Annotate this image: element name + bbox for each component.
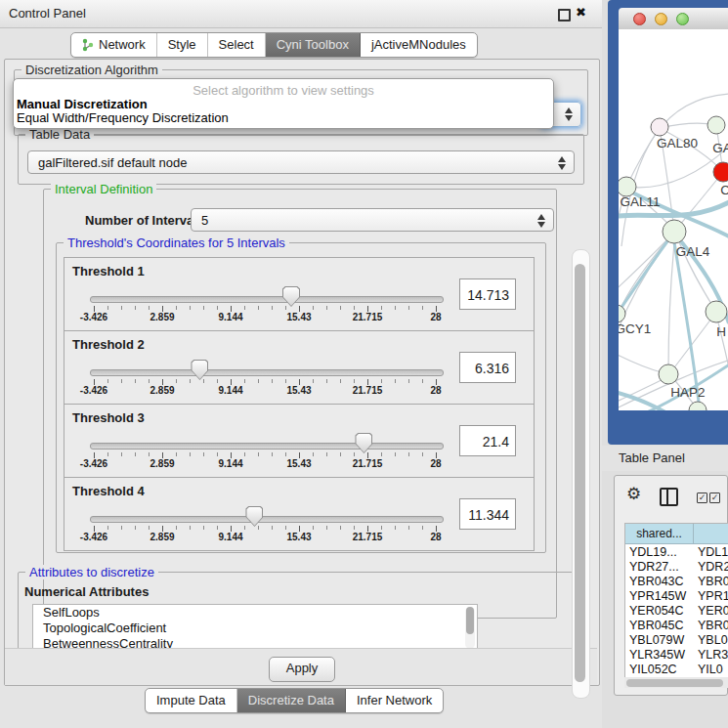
table-cell[interactable]: YPR145W (629, 589, 692, 604)
tick-mark (326, 452, 327, 456)
table-cell[interactable]: YBL079W (629, 633, 692, 648)
node-GAL80[interactable] (651, 118, 668, 136)
cyni-toolbox-content: Discretization Algorithm Table Data galF… (4, 59, 600, 686)
edge[interactable] (619, 348, 664, 373)
list-scrollbar[interactable] (465, 607, 475, 649)
numerical-attributes-list[interactable]: SelfLoopsTopologicalCoefficientBetweenne… (32, 604, 478, 652)
number-of-intervals-value: 5 (201, 213, 208, 228)
slider-thumb[interactable] (191, 360, 208, 380)
apply-button[interactable]: Apply (269, 657, 335, 682)
tick-mark (190, 379, 191, 383)
table-data-combo[interactable]: galFiltered.sif default node (27, 150, 575, 174)
table-cell[interactable]: YDL19... (629, 545, 692, 560)
network-canvas[interactable]: GAL80GACGAL11GAL4HGCY1HAP2 (619, 29, 728, 410)
table-cell[interactable]: YIL0 (698, 663, 728, 677)
close-icon[interactable]: ✖ (576, 5, 586, 20)
tab-jactivemnodules[interactable]: jActiveMNodules (361, 33, 477, 57)
threshold-value-field[interactable]: 21.4 (459, 425, 516, 456)
node-GCY1[interactable] (619, 305, 625, 322)
table-cell[interactable]: YLR3 (698, 648, 728, 663)
tick-mark (272, 452, 273, 456)
edge-highlighted[interactable] (619, 237, 670, 312)
threshold-value-field[interactable]: 11.344 (459, 498, 516, 530)
threshold-value-field[interactable]: 14.713 (459, 278, 516, 310)
popup-option-equal-width-frequency[interactable]: Equal Width/Frequency Discretization (17, 110, 229, 125)
tab-network[interactable]: Network (71, 33, 157, 57)
slider-track[interactable] (90, 443, 444, 450)
threshold-value-field[interactable]: 6.316 (459, 352, 516, 383)
slider-track[interactable] (90, 369, 444, 376)
slider-thumb[interactable] (245, 506, 263, 527)
tab-style[interactable]: Style (157, 33, 208, 57)
table-cell[interactable]: YPR1 (698, 589, 728, 604)
slider-thumb[interactable] (282, 286, 300, 307)
table-cell[interactable]: YBL0 (698, 633, 728, 648)
table-hscrollbar-thumb[interactable] (626, 679, 723, 687)
checkbox-icon[interactable]: ✓ (709, 492, 720, 503)
node-GAL4[interactable] (663, 220, 686, 243)
content-scrollbar[interactable] (572, 249, 590, 699)
threshold-panel: Threshold 4-3.4262.8599.14415.4321.71528… (64, 477, 535, 551)
tick-mark (354, 526, 355, 530)
tick-label: 21.715 (353, 312, 383, 322)
node-HAP2[interactable] (659, 364, 678, 384)
tab-infer-network[interactable]: Infer Network (346, 689, 443, 712)
tick-label: 28 (430, 385, 441, 396)
tab-select[interactable]: Select (208, 33, 266, 57)
tick-mark (381, 526, 382, 530)
gear-icon[interactable]: ⚙ (626, 484, 641, 504)
edge-highlighted[interactable] (619, 389, 670, 410)
tick-mark (272, 379, 273, 383)
close-light-icon[interactable] (633, 13, 646, 25)
tab-label: Style (168, 33, 196, 57)
node-label: GA (712, 141, 728, 155)
zoom-light-icon[interactable] (676, 13, 689, 25)
list-scrollbar-thumb[interactable] (466, 607, 474, 634)
attribute-list-item[interactable]: TopologicalCoefficient (33, 621, 477, 636)
network-window-titlebar[interactable] (619, 8, 728, 30)
node-partial[interactable] (689, 402, 707, 410)
algorithm-dropdown-popup: Select algorithm to view settings Manual… (13, 78, 554, 129)
node-label: HAP2 (670, 385, 705, 400)
network-graph[interactable]: GAL80GACGAL11GAL4HGCY1HAP2 (619, 29, 728, 410)
attribute-list-item[interactable]: SelfLoops (33, 605, 477, 621)
tab-cyni-toolbox[interactable]: Cyni Toolbox (266, 33, 361, 57)
table-cell[interactable]: YLR345W (629, 648, 692, 663)
checkbox-icon[interactable]: ✓ (697, 492, 707, 503)
column-header[interactable]: shared... (625, 524, 694, 544)
tick-mark (107, 526, 108, 530)
node-C[interactable] (713, 162, 728, 182)
slider-track[interactable] (90, 296, 444, 303)
number-of-intervals-combo[interactable]: 5 (191, 208, 554, 232)
table-cell[interactable]: YBR0 (698, 619, 728, 633)
table-cell[interactable]: YIL052C (629, 663, 692, 677)
content-scrollbar-thumb[interactable] (575, 264, 585, 682)
minimize-light-icon[interactable] (655, 13, 667, 25)
table-cell[interactable]: YBR0 (698, 575, 728, 589)
table-cell[interactable]: YER0 (698, 604, 728, 619)
node-table[interactable]: shared...nYDL19...YDL1YDR27...YDR2YBR043… (624, 523, 728, 678)
slider-thumb[interactable] (355, 433, 372, 453)
group-title: Interval Definition (51, 182, 156, 196)
popup-option-manual-discretization[interactable]: Manual Discretization (17, 97, 148, 111)
app-root: Control Panel ✖ NetworkStyleSelectCyni T… (0, 0, 728, 728)
tab-discretize-data[interactable]: Discretize Data (237, 689, 346, 712)
popup-prompt-option[interactable]: Select algorithm to view settings (14, 83, 553, 98)
node-GAL11[interactable] (619, 177, 636, 196)
node-GA[interactable] (707, 116, 725, 134)
tab-label: Select (219, 33, 254, 57)
table-cell[interactable]: YDL1 (698, 545, 728, 560)
table-cell[interactable]: YER054C (629, 604, 692, 619)
tab-impute-data[interactable]: Impute Data (146, 689, 237, 712)
slider-track[interactable] (90, 516, 444, 523)
table-cell[interactable]: YDR27... (629, 560, 692, 575)
table-hscrollbar[interactable] (624, 677, 728, 688)
table-cell[interactable]: YBR043C (629, 575, 692, 589)
table-cell[interactable]: YDR2 (698, 560, 728, 575)
float-window-icon[interactable] (558, 9, 571, 21)
column-split-icon[interactable] (660, 488, 678, 506)
node-H[interactable] (706, 301, 727, 322)
table-cell[interactable]: YBR045C (629, 619, 692, 633)
column-header[interactable]: n (694, 524, 728, 544)
edge[interactable] (668, 243, 674, 371)
